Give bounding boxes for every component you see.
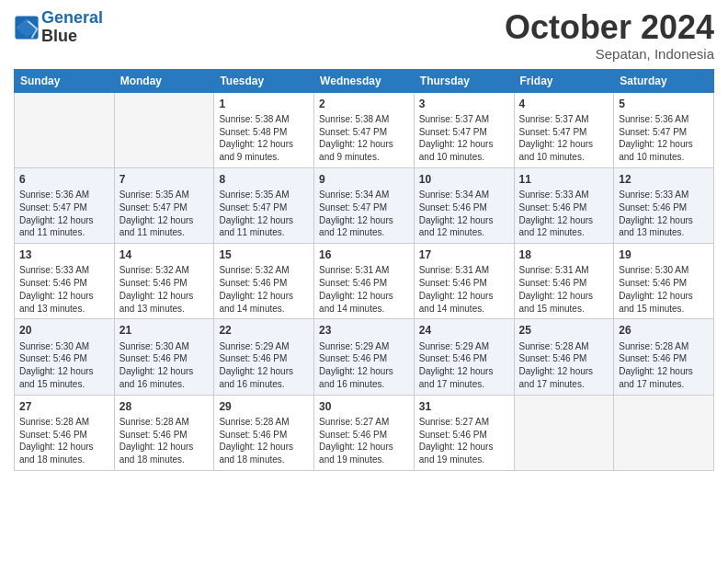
calendar-cell: 22Sunrise: 5:29 AMSunset: 5:46 PMDayligh…: [214, 319, 314, 395]
calendar-cell: 3Sunrise: 5:37 AMSunset: 5:47 PMDaylight…: [414, 92, 514, 167]
day-number: 24: [419, 323, 509, 338]
day-number: 21: [119, 323, 210, 338]
day-number: 10: [419, 172, 509, 187]
day-info: Sunrise: 5:31 AMSunset: 5:46 PMDaylight:…: [519, 265, 594, 313]
calendar-cell: [114, 92, 214, 167]
page: General Blue October 2024 Sepatan, Indon…: [0, 0, 728, 563]
logo: General Blue: [14, 9, 103, 46]
calendar-cell: 8Sunrise: 5:35 AMSunset: 5:47 PMDaylight…: [214, 167, 314, 243]
calendar-cell: 20Sunrise: 5:30 AMSunset: 5:46 PMDayligh…: [15, 319, 115, 395]
day-number: 25: [519, 323, 609, 338]
weekday-header: Monday: [114, 69, 214, 92]
calendar-week-row: 1Sunrise: 5:38 AMSunset: 5:48 PMDaylight…: [15, 92, 714, 167]
day-info: Sunrise: 5:28 AMSunset: 5:46 PMDaylight:…: [619, 341, 693, 389]
day-info: Sunrise: 5:36 AMSunset: 5:47 PMDaylight:…: [619, 114, 693, 162]
calendar-header-row: SundayMondayTuesdayWednesdayThursdayFrid…: [15, 69, 714, 92]
day-number: 30: [319, 399, 409, 414]
weekday-header: Wednesday: [314, 69, 415, 92]
calendar-cell: 1Sunrise: 5:38 AMSunset: 5:48 PMDaylight…: [214, 92, 314, 167]
day-number: 28: [119, 399, 210, 414]
calendar-cell: 2Sunrise: 5:38 AMSunset: 5:47 PMDaylight…: [314, 92, 415, 167]
logo-icon: [14, 15, 40, 40]
calendar-cell: [15, 92, 115, 167]
calendar-week-row: 6Sunrise: 5:36 AMSunset: 5:47 PMDaylight…: [15, 167, 714, 243]
day-info: Sunrise: 5:29 AMSunset: 5:46 PMDaylight:…: [419, 341, 494, 389]
calendar-cell: 24Sunrise: 5:29 AMSunset: 5:46 PMDayligh…: [414, 319, 514, 395]
day-info: Sunrise: 5:27 AMSunset: 5:46 PMDaylight:…: [319, 417, 393, 465]
calendar-cell: 26Sunrise: 5:28 AMSunset: 5:46 PMDayligh…: [614, 319, 714, 395]
calendar-cell: 23Sunrise: 5:29 AMSunset: 5:46 PMDayligh…: [314, 319, 415, 395]
calendar-week-row: 20Sunrise: 5:30 AMSunset: 5:46 PMDayligh…: [15, 319, 714, 395]
calendar-cell: 31Sunrise: 5:27 AMSunset: 5:46 PMDayligh…: [414, 395, 514, 470]
weekday-header: Thursday: [414, 69, 514, 92]
day-info: Sunrise: 5:34 AMSunset: 5:47 PMDaylight:…: [319, 190, 393, 237]
calendar-cell: [514, 395, 614, 470]
calendar-cell: 27Sunrise: 5:28 AMSunset: 5:46 PMDayligh…: [15, 395, 115, 470]
month-title: October 2024: [505, 9, 714, 46]
day-number: 31: [419, 399, 509, 414]
calendar-cell: 6Sunrise: 5:36 AMSunset: 5:47 PMDaylight…: [15, 167, 115, 243]
calendar-cell: 14Sunrise: 5:32 AMSunset: 5:46 PMDayligh…: [114, 244, 214, 319]
day-info: Sunrise: 5:31 AMSunset: 5:46 PMDaylight:…: [319, 265, 393, 313]
day-info: Sunrise: 5:30 AMSunset: 5:46 PMDaylight:…: [19, 341, 94, 389]
day-info: Sunrise: 5:35 AMSunset: 5:47 PMDaylight:…: [119, 190, 194, 237]
day-info: Sunrise: 5:32 AMSunset: 5:46 PMDaylight:…: [219, 265, 293, 313]
day-number: 3: [419, 97, 509, 111]
calendar-cell: 9Sunrise: 5:34 AMSunset: 5:47 PMDaylight…: [314, 167, 415, 243]
day-number: 16: [319, 247, 409, 262]
location: Sepatan, Indonesia: [505, 46, 714, 62]
day-info: Sunrise: 5:38 AMSunset: 5:48 PMDaylight:…: [219, 114, 293, 162]
day-number: 8: [219, 172, 309, 187]
calendar-cell: 5Sunrise: 5:36 AMSunset: 5:47 PMDaylight…: [614, 92, 714, 167]
day-info: Sunrise: 5:28 AMSunset: 5:46 PMDaylight:…: [19, 417, 94, 465]
day-number: 29: [219, 399, 309, 414]
day-info: Sunrise: 5:37 AMSunset: 5:47 PMDaylight:…: [419, 114, 494, 162]
calendar-cell: 30Sunrise: 5:27 AMSunset: 5:46 PMDayligh…: [314, 395, 415, 470]
day-info: Sunrise: 5:29 AMSunset: 5:46 PMDaylight:…: [319, 341, 393, 389]
day-number: 11: [519, 172, 609, 187]
day-number: 1: [219, 97, 309, 111]
weekday-header: Tuesday: [214, 69, 314, 92]
calendar-table: SundayMondayTuesdayWednesdayThursdayFrid…: [14, 69, 714, 471]
day-number: 2: [319, 97, 409, 111]
day-info: Sunrise: 5:28 AMSunset: 5:46 PMDaylight:…: [519, 341, 594, 389]
day-info: Sunrise: 5:30 AMSunset: 5:46 PMDaylight:…: [619, 265, 693, 313]
calendar-cell: 13Sunrise: 5:33 AMSunset: 5:46 PMDayligh…: [15, 244, 115, 319]
day-info: Sunrise: 5:27 AMSunset: 5:46 PMDaylight:…: [419, 417, 494, 465]
logo-line1: General: [41, 8, 103, 27]
calendar-cell: 15Sunrise: 5:32 AMSunset: 5:46 PMDayligh…: [214, 244, 314, 319]
day-number: 9: [319, 172, 409, 187]
calendar-cell: 21Sunrise: 5:30 AMSunset: 5:46 PMDayligh…: [114, 319, 214, 395]
calendar-week-row: 13Sunrise: 5:33 AMSunset: 5:46 PMDayligh…: [15, 244, 714, 319]
calendar-cell: 25Sunrise: 5:28 AMSunset: 5:46 PMDayligh…: [514, 319, 614, 395]
day-number: 7: [119, 172, 210, 187]
day-info: Sunrise: 5:31 AMSunset: 5:46 PMDaylight:…: [419, 265, 494, 313]
day-info: Sunrise: 5:28 AMSunset: 5:46 PMDaylight:…: [219, 417, 293, 465]
day-info: Sunrise: 5:30 AMSunset: 5:46 PMDaylight:…: [119, 341, 194, 389]
day-info: Sunrise: 5:33 AMSunset: 5:46 PMDaylight:…: [619, 190, 693, 237]
calendar-cell: 11Sunrise: 5:33 AMSunset: 5:46 PMDayligh…: [514, 167, 614, 243]
calendar-cell: 10Sunrise: 5:34 AMSunset: 5:46 PMDayligh…: [414, 167, 514, 243]
calendar-cell: 17Sunrise: 5:31 AMSunset: 5:46 PMDayligh…: [414, 244, 514, 319]
calendar-body: 1Sunrise: 5:38 AMSunset: 5:48 PMDaylight…: [15, 92, 714, 470]
weekday-header: Friday: [514, 69, 614, 92]
day-number: 19: [619, 247, 709, 262]
day-number: 14: [119, 247, 210, 262]
title-area: October 2024 Sepatan, Indonesia: [505, 9, 714, 62]
calendar-cell: 29Sunrise: 5:28 AMSunset: 5:46 PMDayligh…: [214, 395, 314, 470]
day-info: Sunrise: 5:34 AMSunset: 5:46 PMDaylight:…: [419, 190, 494, 237]
logo-text: General Blue: [41, 9, 103, 46]
calendar-cell: 18Sunrise: 5:31 AMSunset: 5:46 PMDayligh…: [514, 244, 614, 319]
day-info: Sunrise: 5:29 AMSunset: 5:46 PMDaylight:…: [219, 341, 293, 389]
day-number: 23: [319, 323, 409, 338]
day-info: Sunrise: 5:28 AMSunset: 5:46 PMDaylight:…: [119, 417, 194, 465]
day-number: 27: [19, 399, 109, 414]
day-number: 22: [219, 323, 309, 338]
day-info: Sunrise: 5:35 AMSunset: 5:47 PMDaylight:…: [219, 190, 293, 237]
logo-line2: Blue: [41, 28, 103, 46]
calendar-cell: 16Sunrise: 5:31 AMSunset: 5:46 PMDayligh…: [314, 244, 415, 319]
day-number: 5: [619, 97, 709, 111]
day-info: Sunrise: 5:32 AMSunset: 5:46 PMDaylight:…: [119, 265, 194, 313]
calendar-cell: 19Sunrise: 5:30 AMSunset: 5:46 PMDayligh…: [614, 244, 714, 319]
calendar-cell: [614, 395, 714, 470]
